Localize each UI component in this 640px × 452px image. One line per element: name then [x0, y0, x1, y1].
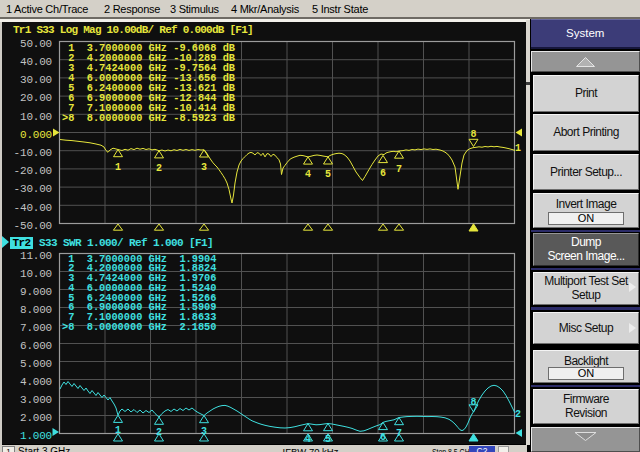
svg-text:6: 6: [380, 168, 386, 179]
svg-text:2: 2: [515, 409, 521, 420]
svg-text:8: 8: [470, 397, 476, 408]
svg-text:3: 3: [201, 162, 207, 173]
svg-text:3: 3: [201, 426, 207, 437]
svg-text:5: 5: [325, 169, 331, 180]
svg-text:1: 1: [115, 162, 121, 173]
svg-text:8: 8: [470, 129, 476, 140]
svg-text:2: 2: [156, 163, 162, 174]
svg-text:1: 1: [515, 143, 521, 154]
svg-text:5: 5: [325, 434, 331, 445]
svg-text:7: 7: [396, 164, 402, 175]
svg-text:4: 4: [305, 169, 311, 180]
svg-text:4: 4: [305, 434, 311, 445]
